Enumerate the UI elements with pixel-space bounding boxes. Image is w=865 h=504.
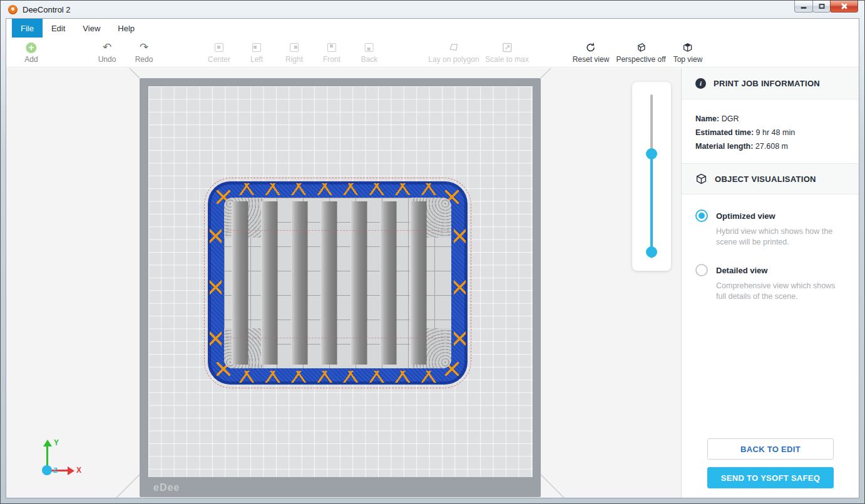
- viewport-3d[interactable]: eDee: [6, 68, 681, 498]
- add-button[interactable]: + Add: [24, 42, 38, 64]
- x-axis-label: X: [76, 466, 81, 475]
- perspective-icon: [616, 42, 665, 53]
- axes-gizmo: Y X Z: [31, 438, 81, 486]
- top-view-icon: [673, 42, 703, 53]
- scale-to-max-button[interactable]: Scale to max: [485, 42, 528, 64]
- object-interior: [224, 198, 451, 368]
- back-view-button[interactable]: Back: [361, 42, 378, 64]
- menu-bar: File Edit View Help: [6, 19, 859, 38]
- side-panel: i PRINT JOB INFORMATION Name: DGR Estima…: [681, 68, 859, 498]
- left-button[interactable]: Left: [250, 42, 263, 64]
- infill-marks-right: [454, 209, 466, 357]
- material-length-value: 27.608 m: [755, 142, 788, 151]
- toolbar: + Add ↶ Undo ↷ Redo Center Left Right: [6, 38, 859, 68]
- redo-icon: ↷: [135, 42, 153, 53]
- print-object[interactable]: [208, 181, 468, 385]
- reset-view-icon: [573, 42, 610, 53]
- perspective-button[interactable]: Perspective off: [616, 42, 665, 64]
- align-left-icon: [252, 43, 261, 52]
- back-to-edit-button[interactable]: BACK TO EDIT: [707, 438, 834, 460]
- travel-path-line: [227, 230, 449, 231]
- divider-wall: [291, 201, 307, 365]
- menu-edit[interactable]: Edit: [43, 19, 74, 38]
- title-bar[interactable]: DeeControl 2: [1, 1, 864, 18]
- detailed-view-description: Comprehensive view which shows full deta…: [716, 281, 846, 302]
- menu-view[interactable]: View: [74, 19, 109, 38]
- x-axis-arrow: [68, 466, 74, 475]
- object-visualisation-header: OBJECT VISUALISATION: [682, 163, 859, 194]
- align-back-icon: [365, 43, 374, 52]
- undo-button[interactable]: ↶ Undo: [98, 42, 116, 64]
- app-frame: File Edit View Help + Add ↶ Undo ↷ Redo …: [6, 18, 859, 498]
- redo-button[interactable]: ↷ Redo: [135, 42, 153, 64]
- top-view-button[interactable]: Top view: [673, 42, 703, 64]
- info-icon: i: [695, 78, 706, 89]
- main-area: eDee: [6, 68, 859, 498]
- object-visualisation-title: OBJECT VISUALISATION: [715, 174, 816, 184]
- undo-icon: ↶: [98, 42, 116, 53]
- menu-file[interactable]: File: [12, 19, 43, 38]
- estimated-time-field: Estimated time: 9 hr 48 min: [695, 126, 845, 139]
- divider-wall: [320, 201, 337, 365]
- divider-wall: [380, 201, 396, 365]
- center-button[interactable]: Center: [208, 42, 230, 64]
- optimized-view-description: Hybrid view which shows how the scene wi…: [716, 226, 846, 248]
- align-front-icon: [327, 43, 336, 52]
- layer-slider-lower-handle[interactable]: [646, 246, 657, 258]
- infill-marks-top: [235, 183, 440, 195]
- align-center-icon: [215, 43, 223, 52]
- divider-wall: [410, 201, 426, 365]
- lay-on-polygon-icon: [428, 42, 479, 53]
- z-axis-dot: [42, 465, 52, 475]
- align-right-icon: [290, 43, 299, 52]
- print-job-info-header: i PRINT JOB INFORMATION: [682, 68, 859, 99]
- send-to-ysoft-safeq-button[interactable]: SEND TO YSOFT SAFEQ: [707, 467, 834, 488]
- close-button[interactable]: [830, 1, 858, 13]
- reset-view-button[interactable]: Reset view: [573, 42, 610, 64]
- option-detailed-view[interactable]: Detailed view Comprehensive view which s…: [695, 264, 845, 302]
- layer-slider-upper-handle[interactable]: [646, 148, 657, 159]
- material-length-field: Material length: 27.608 m: [695, 139, 845, 153]
- divider-wall: [351, 201, 367, 365]
- option-optimized-view[interactable]: Optimized view Hybrid view which shows h…: [695, 209, 845, 248]
- job-name-field: Name: DGR: [695, 112, 845, 126]
- layer-slider-range: [650, 154, 653, 252]
- cube-icon: [695, 173, 707, 185]
- infill-marks-bottom: [235, 371, 440, 383]
- maximize-icon: [819, 4, 824, 9]
- printer-brand-label: eDee: [153, 482, 180, 493]
- z-axis-label: Z: [53, 466, 58, 474]
- job-name-value: DGR: [722, 114, 739, 123]
- maximize-button[interactable]: [812, 1, 831, 13]
- front-button[interactable]: Front: [323, 42, 340, 64]
- right-button[interactable]: Right: [285, 42, 303, 64]
- scale-to-max-icon: [485, 42, 528, 53]
- travel-path-line: [227, 338, 449, 338]
- infill-marks-left: [210, 209, 222, 357]
- app-logo-icon: [8, 5, 18, 14]
- visualisation-options: Optimized view Hybrid view which shows h…: [682, 194, 859, 333]
- radio-optimized-view[interactable]: [695, 209, 708, 222]
- layer-slider-card: [632, 82, 671, 271]
- y-axis-line: [46, 446, 48, 467]
- print-job-fields: Name: DGR Estimated time: 9 hr 48 min Ma…: [682, 99, 859, 163]
- minimize-icon: [801, 7, 807, 9]
- window-title: DeeControl 2: [23, 5, 71, 14]
- add-icon: +: [26, 43, 36, 53]
- menu-help[interactable]: Help: [109, 19, 143, 38]
- y-axis-label: Y: [54, 438, 59, 447]
- window-controls: [795, 1, 858, 13]
- lay-on-polygon-button[interactable]: Lay on polygon: [428, 42, 479, 64]
- app-window: DeeControl 2 File Edit View Help + Add ↶…: [0, 0, 865, 504]
- close-icon: [841, 3, 847, 10]
- minimize-button[interactable]: [794, 1, 813, 13]
- divider-wall: [232, 201, 248, 365]
- divider-wall: [261, 201, 277, 365]
- print-job-info-title: PRINT JOB INFORMATION: [714, 79, 820, 88]
- estimated-time-value: 9 hr 48 min: [756, 128, 796, 137]
- radio-detailed-view[interactable]: [695, 264, 708, 276]
